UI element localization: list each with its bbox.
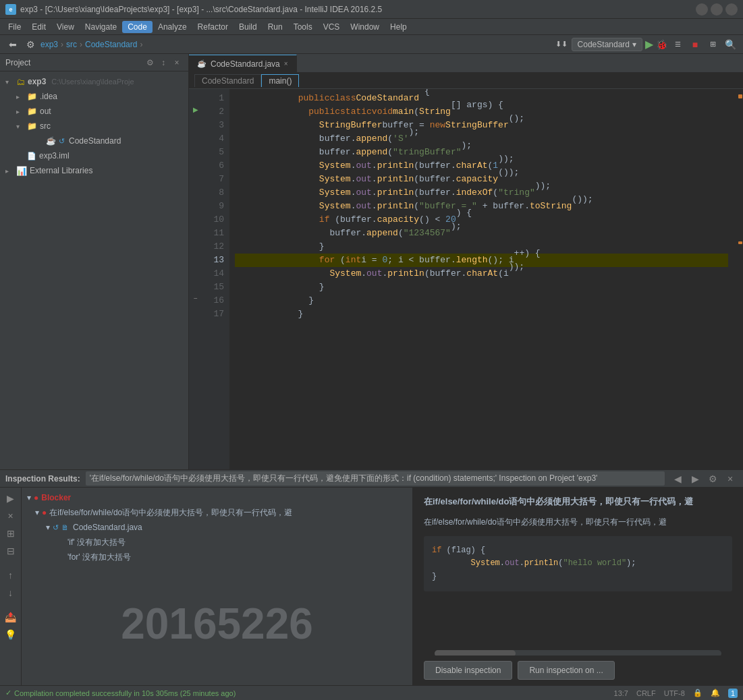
insp-item-if[interactable]: 'if' 没有加大括号 <box>24 535 410 550</box>
breadcrumb-exp3[interactable]: exp3 <box>40 40 58 49</box>
ln-4: 4 <box>202 132 224 146</box>
inspection-close[interactable]: × <box>723 471 738 486</box>
build-icon-button[interactable]: ⬇⬇ <box>554 37 569 52</box>
insp-item-for[interactable]: 'for' 没有加大括号 <box>24 550 410 564</box>
menu-refactor[interactable]: Refactor <box>192 21 233 33</box>
minimize-button[interactable]: − <box>696 3 708 16</box>
profile-button[interactable]: ⊞ <box>705 37 720 52</box>
event-log-icon[interactable]: 1 <box>728 689 738 698</box>
if-label: 'if' 没有加大括号 <box>67 537 126 548</box>
run-config-dropdown[interactable]: CodeStandard ▾ <box>572 38 642 51</box>
project-panel-header: Project ⚙ ↕ × <box>0 54 188 71</box>
inspection-panel: Inspection Results: '在if/else/for/while/… <box>0 469 743 685</box>
run-config-label: CodeStandard <box>578 40 630 49</box>
gutter-14 <box>189 264 202 278</box>
menu-code[interactable]: Code <box>122 21 153 33</box>
panel-close-button[interactable]: × <box>171 57 183 69</box>
inspection-settings[interactable]: ⚙ <box>705 471 720 486</box>
nav-sync-button[interactable]: ⚙ <box>23 37 38 52</box>
tree-item-extlibs[interactable]: ▸ 📊 External Libraries <box>0 163 188 178</box>
tree-item-out[interactable]: ▸ 📁 out <box>0 104 188 119</box>
insp-import-button[interactable]: 💡 <box>3 626 19 643</box>
cursor-position[interactable]: 13:7 <box>614 689 628 697</box>
menu-build[interactable]: Build <box>233 21 263 33</box>
gutter-3 <box>189 116 202 129</box>
insp-item-blocker[interactable]: ▾ ● Blocker <box>24 490 410 505</box>
insp-down-button[interactable]: ↓ <box>3 585 19 601</box>
right-panel <box>734 89 743 469</box>
tree-item-iml[interactable]: 📄 exp3.iml <box>0 148 188 163</box>
menu-navigate[interactable]: Navigate <box>80 21 122 33</box>
inspection-header: Inspection Results: '在if/else/for/while/… <box>0 470 743 488</box>
run-button[interactable]: ▶ <box>645 38 653 51</box>
insp-close-button[interactable]: × <box>3 508 19 524</box>
insp-export-button[interactable]: 📤 <box>3 609 19 625</box>
tab-codestandard[interactable]: ☕ CodeStandard.java × <box>189 55 297 72</box>
code-editor[interactable]: ▶ − 1 2 3 4 <box>189 89 743 469</box>
search-everywhere-button[interactable]: 🔍 <box>723 37 738 52</box>
menu-file[interactable]: File <box>3 21 26 33</box>
menu-view[interactable]: View <box>51 21 80 33</box>
ln-16: 16 <box>202 294 224 308</box>
nav-back-button[interactable]: ⬅ <box>5 37 20 52</box>
desc-scrollbar[interactable] <box>413 646 743 655</box>
tree-label-out: out <box>40 107 51 116</box>
stop-button[interactable]: ■ <box>688 37 703 52</box>
inspection-tree: ▾ ● Blocker ▾ ● 在if/else/for/while/do语句中… <box>22 488 413 685</box>
menu-edit[interactable]: Edit <box>26 21 51 33</box>
insp-rerun-button[interactable]: ▶ <box>3 490 19 506</box>
ln-1: 1 <box>202 92 224 105</box>
run-inspection-button[interactable]: Run inspection on ... <box>518 661 614 680</box>
tree-label-src: src <box>40 121 51 131</box>
gutter-11 <box>189 224 202 237</box>
inspection-nav-prev[interactable]: ◀ <box>670 471 685 486</box>
close-button[interactable]: × <box>725 3 738 16</box>
code-content[interactable]: public class CodeStandard { public stati… <box>229 89 734 469</box>
tree-label-codestandard: CodeStandard <box>69 136 121 146</box>
title-bar: e exp3 - [C:\Users\xiang\IdeaProjects\ex… <box>0 0 743 19</box>
encoding[interactable]: UTF-8 <box>664 689 685 697</box>
line-ending[interactable]: CRLF <box>636 689 656 697</box>
app-icon: e <box>5 4 16 15</box>
breadcrumb-sep1: › <box>61 40 63 49</box>
breadcrumb-tab-codestandard[interactable]: CodeStandard <box>194 74 261 87</box>
notifications-icon: 🔔 <box>711 689 720 697</box>
gutter-17 <box>189 305 202 318</box>
coverage-button[interactable]: ☰ <box>670 37 685 52</box>
panel-expand-button[interactable]: ↕ <box>157 57 169 69</box>
insp-up-button[interactable]: ↑ <box>3 567 19 583</box>
ln-12: 12 <box>202 240 224 254</box>
tree-arrow-extlibs: ▸ <box>5 167 13 175</box>
menu-analyze[interactable]: Analyze <box>153 21 192 33</box>
breadcrumb-sep3: › <box>140 40 142 49</box>
breadcrumb: exp3 › src › CodeStandard › <box>40 40 551 49</box>
insp-item-file[interactable]: ▾ ↺ 🗎 CodeStandard.java <box>24 520 410 535</box>
menu-run[interactable]: Run <box>263 21 288 33</box>
gutter-1 <box>189 89 202 103</box>
tree-item-exp3[interactable]: ▾ 🗂 exp3 C:\Users\xiang\IdeaProje <box>0 74 188 89</box>
tab-close-codestandard[interactable]: × <box>284 60 288 67</box>
gutter-2: ▶ <box>189 103 202 116</box>
gutter-5 <box>189 143 202 156</box>
menu-tools[interactable]: Tools <box>288 21 318 33</box>
editor-gutter: ▶ − <box>189 89 202 469</box>
debug-button[interactable]: 🐞 <box>656 39 667 50</box>
tree-item-codestandard[interactable]: ☕ ↺ CodeStandard <box>0 134 188 148</box>
breadcrumb-codestandard[interactable]: CodeStandard <box>85 40 137 49</box>
tree-item-src[interactable]: ▾ 📁 src <box>0 119 188 134</box>
insp-item-rule[interactable]: ▾ ● 在if/else/for/while/do语句中必须使用大括号，即使只有… <box>24 505 410 520</box>
code-line-16: } <box>235 294 728 308</box>
panel-settings-button[interactable]: ⚙ <box>144 57 156 69</box>
maximize-button[interactable]: □ <box>711 3 723 16</box>
menu-vcs[interactable]: VCS <box>318 21 346 33</box>
insp-collapse-button[interactable]: ⊟ <box>3 543 19 559</box>
menu-window[interactable]: Window <box>345 21 385 33</box>
insp-expand-button[interactable]: ⊞ <box>3 525 19 542</box>
breadcrumb-tab-main[interactable]: main() <box>261 74 299 87</box>
disable-inspection-button[interactable]: Disable inspection <box>424 661 512 680</box>
tree-item-idea[interactable]: ▸ 📁 .idea <box>0 89 188 104</box>
inspection-nav-next[interactable]: ▶ <box>688 471 703 486</box>
menu-help[interactable]: Help <box>385 21 412 33</box>
tree-label-exp3: exp3 <box>28 77 46 86</box>
breadcrumb-src[interactable]: src <box>66 40 77 49</box>
